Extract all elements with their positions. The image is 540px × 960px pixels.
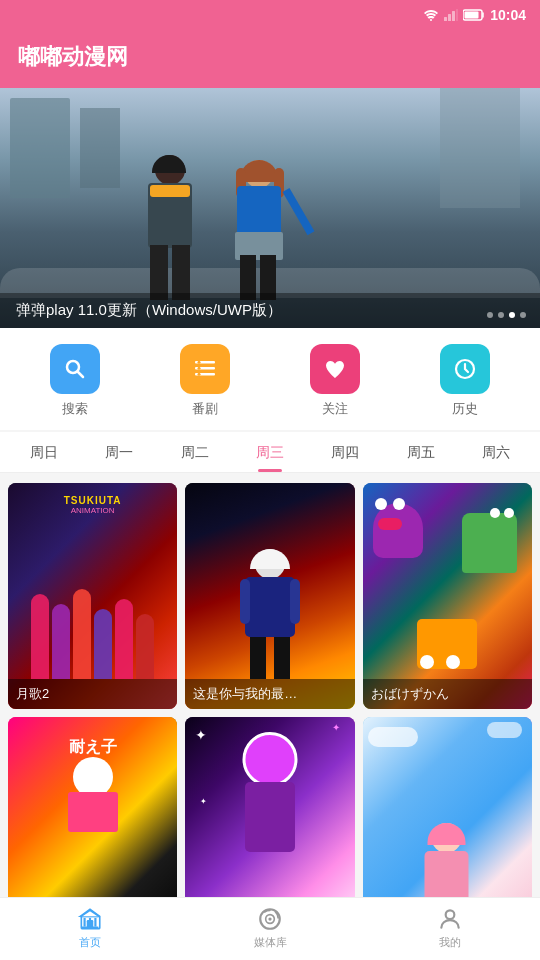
status-icons: 10:04: [423, 7, 526, 23]
bottom-nav: 首页 媒体库 我的: [0, 897, 540, 960]
svg-point-12: [198, 361, 201, 364]
card-1-label: 月歌2: [8, 679, 177, 709]
app-title: 嘟嘟动漫网: [18, 42, 128, 72]
status-bar: 10:04: [0, 0, 540, 30]
nav-follow[interactable]: 关注: [310, 344, 360, 418]
svg-rect-20: [81, 927, 98, 929]
tab-sunday[interactable]: 周日: [6, 432, 81, 472]
battery-icon: [463, 9, 485, 21]
svg-rect-18: [89, 918, 91, 927]
dot-3: [509, 312, 515, 318]
nav-bangumi-label: 番剧: [192, 400, 218, 418]
svg-rect-3: [452, 11, 455, 21]
svg-line-8: [78, 372, 84, 378]
svg-rect-19: [94, 918, 96, 927]
banner-caption: 弹弹play 11.0更新（Windows/UWP版）: [16, 301, 282, 318]
nav-follow-label: 关注: [322, 400, 348, 418]
nav-search[interactable]: 搜索: [50, 344, 100, 418]
bottom-nav-media[interactable]: 媒体库: [180, 906, 360, 950]
nav-history-label: 历史: [452, 400, 478, 418]
search-icon: [63, 357, 87, 381]
anime-grid: TSUKIUTA ANIMATION 月歌2 这是你与我的最…: [0, 473, 540, 953]
wifi-icon: [423, 9, 439, 21]
bottom-nav-home[interactable]: 首页: [0, 906, 180, 950]
week-tabs: 周日 周一 周二 周三 周四 周五 周六: [0, 432, 540, 473]
tab-wednesday[interactable]: 周三: [232, 432, 307, 472]
nav-history[interactable]: 历史: [440, 344, 490, 418]
follow-icon-bg: [310, 344, 360, 394]
banner[interactable]: 弹弹play 11.0更新（Windows/UWP版）: [0, 88, 540, 328]
nav-search-label: 搜索: [62, 400, 88, 418]
tab-friday[interactable]: 周五: [383, 432, 458, 472]
svg-rect-2: [448, 14, 451, 21]
svg-point-14: [198, 373, 201, 376]
bottom-nav-profile[interactable]: 我的: [360, 906, 540, 950]
anime-card-2[interactable]: 这是你与我的最…: [185, 483, 354, 709]
anime-card-3[interactable]: おばけずかん: [363, 483, 532, 709]
card-3-label: おばけずかん: [363, 679, 532, 709]
home-icon: [77, 906, 103, 932]
banner-overlay: 弹弹play 11.0更新（Windows/UWP版）: [0, 293, 540, 328]
svg-point-13: [198, 367, 201, 370]
nav-bangumi[interactable]: 番剧: [180, 344, 230, 418]
svg-rect-17: [84, 918, 86, 927]
bangumi-icon-bg: [180, 344, 230, 394]
tab-saturday[interactable]: 周六: [459, 432, 534, 472]
svg-rect-4: [456, 9, 458, 21]
heart-icon: [323, 357, 347, 381]
bottom-nav-media-label: 媒体库: [254, 935, 287, 950]
anime-card-1[interactable]: TSUKIUTA ANIMATION 月歌2: [8, 483, 177, 709]
bangumi-icon: [193, 357, 217, 381]
svg-point-23: [268, 917, 271, 920]
tab-tuesday[interactable]: 周二: [157, 432, 232, 472]
banner-dots: [487, 312, 526, 318]
dot-1: [487, 312, 493, 318]
bottom-nav-home-label: 首页: [79, 935, 101, 950]
tab-monday[interactable]: 周一: [81, 432, 156, 472]
quick-nav: 搜索 番剧 关注 历史: [0, 328, 540, 430]
app-header: 嘟嘟动漫网: [0, 30, 540, 88]
svg-point-24: [446, 910, 455, 919]
svg-point-0: [430, 19, 432, 21]
bottom-nav-profile-label: 我的: [439, 935, 461, 950]
search-icon-bg: [50, 344, 100, 394]
dot-2: [498, 312, 504, 318]
clock-icon: [453, 357, 477, 381]
status-time: 10:04: [490, 7, 526, 23]
signal-icon: [444, 9, 458, 21]
banner-image: [0, 88, 540, 328]
media-icon: [257, 906, 283, 932]
svg-rect-1: [444, 17, 447, 21]
history-icon-bg: [440, 344, 490, 394]
profile-icon: [437, 906, 463, 932]
dot-4: [520, 312, 526, 318]
card-2-label: 这是你与我的最…: [185, 679, 354, 709]
tab-thursday[interactable]: 周四: [308, 432, 383, 472]
svg-rect-6: [465, 12, 479, 19]
